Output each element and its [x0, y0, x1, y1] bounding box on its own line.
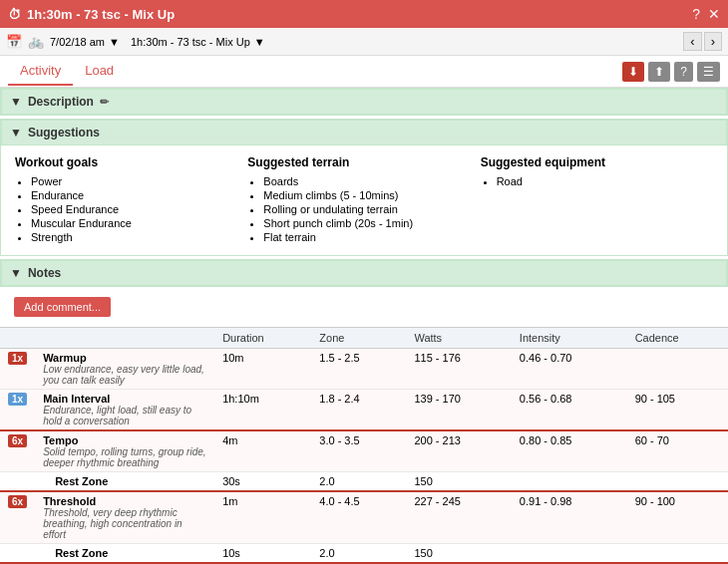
intensity-cell: 0.91 - 0.98 — [512, 491, 627, 544]
date-label: 7/02/18 am — [50, 36, 105, 48]
prev-button[interactable]: ‹ — [683, 32, 701, 51]
row-name: Rest Zone — [55, 547, 206, 559]
list-item: Boards — [263, 175, 480, 187]
cadence-cell: 90 - 105 — [627, 390, 728, 431]
col-intensity: Intensity — [512, 328, 627, 349]
menu-button[interactable]: ☰ — [697, 62, 720, 82]
col-badge — [0, 328, 35, 349]
workout-table: Duration Zone Watts Intensity Cadence 1x… — [0, 327, 728, 564]
row-name: Main Interval — [43, 393, 206, 405]
help-tab-button[interactable]: ? — [674, 62, 693, 82]
add-comment-area: Add comment... — [0, 287, 728, 327]
watts-cell: 227 - 245 — [406, 491, 511, 544]
workout-goals-heading: Workout goals — [15, 155, 247, 169]
table-row: 6x Threshold Threshold, very deep rhythm… — [0, 491, 728, 544]
table-header-row: Duration Zone Watts Intensity Cadence — [0, 328, 728, 349]
main-content: ▼ Description ✏ ▼ Suggestions Workout go… — [0, 88, 728, 564]
list-item: Road — [497, 175, 713, 187]
next-button[interactable]: › — [704, 32, 722, 51]
description-header[interactable]: ▼ Description ✏ — [1, 89, 727, 115]
badge-cell: 1x — [0, 390, 35, 431]
workout-dropdown-arrow[interactable]: ▼ — [254, 36, 265, 48]
description-section: ▼ Description ✏ — [0, 88, 728, 116]
repeat-badge: 6x — [8, 434, 27, 447]
workout-goals-col: Workout goals Power Endurance Speed Endu… — [15, 155, 247, 245]
list-item: Short punch climb (20s - 1min) — [263, 217, 480, 229]
col-name — [35, 328, 214, 349]
repeat-badge: 6x — [8, 495, 27, 508]
title-bar-left: ⏱ 1h:30m - 73 tsc - Mix Up — [8, 7, 175, 22]
zone-cell: 1.5 - 2.5 — [311, 349, 406, 390]
row-name: Rest Zone — [55, 475, 206, 487]
notes-arrow: ▼ — [10, 266, 22, 280]
suggestions-section: ▼ Suggestions Workout goals Power Endura… — [0, 119, 728, 256]
name-cell: Rest Zone — [35, 472, 214, 492]
name-cell: Warmup Low endurance, easy very little l… — [35, 349, 214, 390]
tab-load[interactable]: Load — [73, 57, 126, 86]
zone-cell: 2.0 — [311, 472, 406, 492]
badge-cell: 6x — [0, 430, 35, 472]
workout-goals-list: Power Endurance Speed Endurance Muscular… — [15, 175, 247, 243]
duration-cell: 4m — [214, 430, 311, 472]
close-button[interactable]: ✕ — [708, 6, 720, 22]
notes-label: Notes — [28, 266, 61, 280]
duration-cell: 30s — [214, 472, 311, 492]
terrain-heading: Suggested terrain — [247, 155, 480, 169]
suggestions-label: Suggestions — [28, 126, 100, 140]
edit-icon[interactable]: ✏ — [100, 96, 109, 109]
download-button[interactable]: ⬇ — [622, 62, 644, 82]
list-item: Strength — [31, 231, 247, 243]
badge-cell — [0, 472, 35, 492]
name-cell: Main Interval Endurance, light load, sti… — [35, 390, 214, 431]
tab-actions: ⬇ ⬆ ? ☰ — [622, 62, 720, 82]
equipment-col: Suggested equipment Road — [481, 155, 713, 245]
row-desc: Endurance, light load, still easy to hol… — [43, 405, 206, 426]
cadence-cell — [627, 349, 728, 390]
export-button[interactable]: ⬆ — [648, 62, 670, 82]
description-arrow: ▼ — [10, 95, 22, 109]
list-item: Endurance — [31, 189, 247, 201]
table-row: Rest Zone 10s 2.0 150 — [0, 544, 728, 564]
toolbar-nav: ‹ › — [683, 32, 722, 51]
date-row: 7/02/18 am ▼ 1h:30m - 73 tsc - Mix Up ▼ — [50, 36, 265, 48]
badge-cell: 1x — [0, 349, 35, 390]
intensity-cell — [512, 472, 627, 492]
duration-cell: 10s — [214, 544, 311, 564]
name-cell: Threshold Threshold, very deep rhythmic … — [35, 491, 214, 544]
duration-cell: 1m — [214, 491, 311, 544]
duration-cell: 10m — [214, 349, 311, 390]
suggestions-content: Workout goals Power Endurance Speed Endu… — [1, 145, 727, 255]
add-comment-button[interactable]: Add comment... — [14, 297, 111, 317]
notes-header[interactable]: ▼ Notes — [1, 260, 727, 286]
tab-bar: Activity Load ⬇ ⬆ ? ☰ — [0, 56, 728, 88]
title-bar: ⏱ 1h:30m - 73 tsc - Mix Up ? ✕ — [0, 0, 728, 28]
table-row: 1x Main Interval Endurance, light load, … — [0, 390, 728, 431]
calendar-icon: 📅 — [6, 34, 22, 49]
row-name: Warmup — [43, 352, 206, 364]
row-name: Tempo — [43, 434, 206, 446]
title-bar-right: ? ✕ — [692, 6, 720, 22]
suggestions-arrow: ▼ — [10, 126, 22, 140]
row-name: Threshold — [43, 495, 206, 507]
tab-activity[interactable]: Activity — [8, 57, 73, 86]
repeat-badge: 1x — [8, 352, 27, 365]
intensity-cell: 0.46 - 0.70 — [512, 349, 627, 390]
zone-cell: 3.0 - 3.5 — [311, 430, 406, 472]
list-item: Speed Endurance — [31, 203, 247, 215]
table-row: Rest Zone 30s 2.0 150 — [0, 472, 728, 492]
col-cadence: Cadence — [627, 328, 728, 349]
date-dropdown-arrow[interactable]: ▼ — [109, 36, 120, 48]
badge-cell — [0, 544, 35, 564]
watts-cell: 200 - 213 — [406, 430, 511, 472]
cadence-cell — [627, 472, 728, 492]
watts-cell: 150 — [406, 472, 511, 492]
list-item: Flat terrain — [263, 231, 480, 243]
cadence-cell — [627, 544, 728, 564]
list-item: Medium climbs (5 - 10mins) — [263, 189, 480, 201]
help-button[interactable]: ? — [692, 6, 700, 22]
repeat-badge: 1x — [8, 393, 27, 406]
equipment-heading: Suggested equipment — [481, 155, 713, 169]
zone-cell: 1.8 - 2.4 — [311, 390, 406, 431]
badge-cell: 6x — [0, 491, 35, 544]
suggestions-header[interactable]: ▼ Suggestions — [1, 120, 727, 145]
